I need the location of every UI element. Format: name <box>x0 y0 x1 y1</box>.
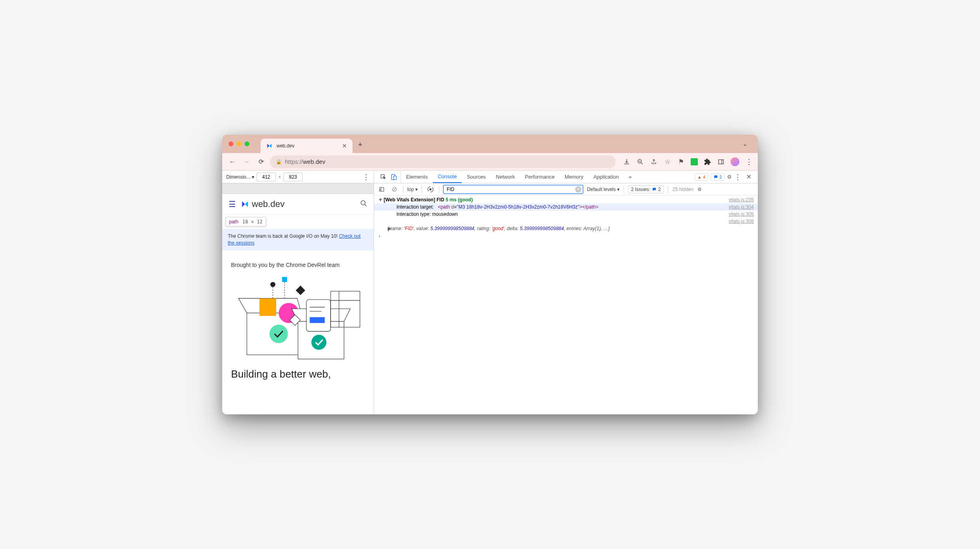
svg-rect-9 <box>306 299 331 331</box>
share-icon[interactable] <box>650 158 658 166</box>
window-controls <box>229 141 249 146</box>
svg-point-16 <box>269 324 288 343</box>
hamburger-icon[interactable]: ☰ <box>229 199 236 209</box>
device-toolbar: Dimensio… ▾ × ⋮ <box>222 171 374 183</box>
forward-button[interactable]: → <box>241 157 252 167</box>
console-message[interactable]: ▶ {name: 'FID', value: 5.399999998509884… <box>374 225 758 232</box>
log-levels-selector[interactable]: Default levels ▾ <box>587 187 619 192</box>
svg-point-17 <box>311 334 327 350</box>
svg-rect-20 <box>296 285 305 295</box>
svg-point-2 <box>361 201 365 205</box>
browser-toolbar: ← → ⟳ 🔒 https://web.dev ☆ ⚑ ⋮ <box>222 153 758 171</box>
console-toolbar: top ▾ ✕ Default levels ▾ 2 Issues: 2 25 … <box>374 183 758 195</box>
svg-point-18 <box>270 282 275 287</box>
browser-menu-icon[interactable]: ⋮ <box>745 158 753 166</box>
dimension-separator: × <box>278 174 281 180</box>
address-bar[interactable]: 🔒 https://web.dev <box>270 155 615 168</box>
source-link[interactable]: vitals.js:305 <box>724 211 754 217</box>
hero-illustration <box>228 275 368 363</box>
close-window[interactable] <box>229 141 233 146</box>
context-selector[interactable]: top ▾ <box>407 187 418 192</box>
console-settings-icon[interactable]: ⚙ <box>697 187 702 192</box>
console-message[interactable]: Interaction target: <path d="M3 18h18v-2… <box>374 203 758 211</box>
source-link[interactable]: vitals.js:304 <box>724 204 754 210</box>
viewport-width-input[interactable] <box>257 173 276 181</box>
console-filter: ✕ <box>443 185 583 194</box>
site-header: ☰ web.dev <box>222 194 374 215</box>
clear-console-icon[interactable] <box>390 187 399 192</box>
profile-avatar[interactable] <box>731 157 739 166</box>
element-inspect-tooltip: path 18 × 12 <box>225 217 266 227</box>
extensions-icon[interactable] <box>703 158 711 166</box>
svg-rect-5 <box>259 298 276 316</box>
source-link[interactable]: vitals.js:235 <box>724 197 754 203</box>
titlebar: web.dev ✕ + ⌄ <box>222 135 758 153</box>
warnings-badge[interactable]: ▲ 4 <box>695 173 708 181</box>
live-expression-icon[interactable] <box>426 186 435 193</box>
tab-sources[interactable]: Sources <box>462 171 491 183</box>
emulated-viewport: ☰ web.dev path 18 × 12 T <box>222 194 374 414</box>
tooltip-tagname: path <box>229 219 238 225</box>
flag-icon[interactable]: ⚑ <box>677 158 685 166</box>
svg-rect-19 <box>282 277 287 282</box>
tab-memory[interactable]: Memory <box>560 171 588 183</box>
console-prompt[interactable]: › <box>374 232 758 240</box>
tab-elements[interactable]: Elements <box>401 171 432 183</box>
dimensions-dropdown[interactable]: Dimensio… ▾ <box>226 174 254 180</box>
reload-button[interactable]: ⟳ <box>256 157 266 167</box>
tab-title: web.dev <box>277 143 338 149</box>
svg-point-29 <box>429 188 431 190</box>
hero-headline: Building a better web, <box>222 366 374 382</box>
svg-rect-12 <box>310 317 325 323</box>
console-sidebar-toggle-icon[interactable] <box>377 187 386 192</box>
devtools-tabstrip: Elements Console Sources Network Perform… <box>374 171 758 183</box>
new-tab-button[interactable]: + <box>358 141 363 149</box>
back-button[interactable]: ← <box>227 157 237 167</box>
tab-performance[interactable]: Performance <box>520 171 559 183</box>
svg-rect-1 <box>719 159 723 164</box>
viewport-height-input[interactable] <box>283 173 303 181</box>
announcement-banner: The Chrome team is back at Google I/O on… <box>222 229 374 251</box>
console-message[interactable]: ▼ [Web Vitals Extension] FID 5 ms (good)… <box>374 196 758 203</box>
messages-badge[interactable]: 2 <box>711 173 725 181</box>
console-message[interactable]: Interaction type: mousedown vitals.js:30… <box>374 211 758 218</box>
source-link[interactable]: vitals.js:308 <box>724 219 754 224</box>
site-brand[interactable]: web.dev <box>241 199 285 209</box>
install-icon[interactable] <box>623 158 631 166</box>
tab-application[interactable]: Application <box>589 171 624 183</box>
settings-icon[interactable]: ⚙ <box>727 174 732 180</box>
maximize-window[interactable] <box>245 141 249 146</box>
device-mode-icon[interactable] <box>389 174 398 180</box>
toolbar-right-icons: ☆ ⚑ ⋮ <box>623 157 753 166</box>
inspect-icon[interactable] <box>379 174 388 180</box>
clear-filter-icon[interactable]: ✕ <box>575 186 582 193</box>
issues-button[interactable]: 2 Issues: 2 <box>628 185 664 193</box>
console-output: ▼ [Web Vitals Extension] FID 5 ms (good)… <box>374 195 758 414</box>
svg-rect-26 <box>394 176 396 179</box>
browser-tab[interactable]: web.dev ✕ <box>261 139 353 153</box>
zoom-icon[interactable] <box>636 158 644 166</box>
tabstrip: web.dev ✕ + <box>261 135 739 153</box>
console-message[interactable]: vitals.js:308 <box>374 218 758 225</box>
section-lead: Brought to you by the Chrome DevRel team <box>231 262 365 268</box>
bookmark-icon[interactable]: ☆ <box>663 158 671 166</box>
sidepanel-icon[interactable] <box>717 158 725 166</box>
search-icon[interactable] <box>360 200 367 209</box>
tab-console[interactable]: Console <box>433 171 462 183</box>
minimize-window[interactable] <box>237 141 241 146</box>
close-devtools-icon[interactable]: ✕ <box>744 173 754 181</box>
tab-network[interactable]: Network <box>491 171 520 183</box>
rulers <box>222 183 374 194</box>
hidden-count: 25 hidden <box>672 187 693 192</box>
favicon-icon <box>266 143 273 149</box>
tabs-more-icon[interactable]: » <box>624 171 636 183</box>
extension-web-vitals-icon[interactable] <box>691 158 698 165</box>
devtools-menu-icon[interactable]: ⋮ <box>734 173 741 181</box>
tabs-overflow-icon[interactable]: ⌄ <box>739 138 751 149</box>
url-text: https://web.dev <box>285 158 325 165</box>
close-tab-icon[interactable]: ✕ <box>342 143 347 149</box>
tooltip-size: 18 × 12 <box>242 219 263 225</box>
device-toolbar-menu-icon[interactable]: ⋮ <box>363 173 370 181</box>
console-filter-input[interactable] <box>443 185 583 194</box>
lock-icon: 🔒 <box>276 159 282 165</box>
